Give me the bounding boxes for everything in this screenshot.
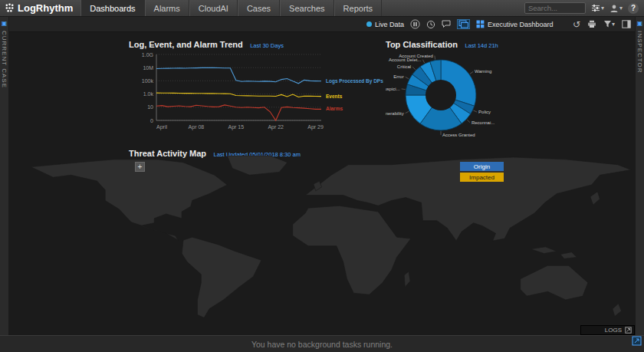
case-icon: ▣ [2, 20, 8, 27]
dashboard-grid-icon [476, 20, 485, 28]
trend-panel-header: Log, Event, and Alarm Trend Last 30 Days [129, 37, 383, 51]
trend-subtitle: Last 30 Days [250, 42, 284, 49]
donut-label: Reconnai... [472, 120, 495, 125]
feedback-icon[interactable] [442, 20, 451, 28]
nav-right-controls: ▾ ▾ ? [524, 0, 644, 16]
trend-x-tick: Apr 29 [307, 124, 324, 130]
donut-label: Account Created [399, 54, 433, 58]
trend-y-tick: 100k [142, 78, 154, 84]
tab-cases[interactable]: Cases [238, 0, 280, 16]
trend-y-tick: 10M [143, 65, 153, 71]
map-legend-origin-button[interactable]: Origin [460, 162, 504, 171]
logo-dots-icon [5, 3, 15, 13]
donut-label: Critical [397, 64, 411, 69]
status-bar: You have no background tasks running. [0, 335, 644, 352]
trend-x-tick: April [156, 124, 167, 130]
inspector-panel-toggle[interactable]: ▣ INSPECTOR [635, 17, 644, 335]
trend-x-tick: Apr 08 [189, 124, 205, 130]
current-case-panel-toggle[interactable]: ▣ CURRENT CASE [0, 17, 9, 335]
tab-label: Cases [247, 4, 271, 13]
pause-icon[interactable] [410, 19, 420, 29]
trend-y-tick: 1.0k [143, 91, 154, 97]
chevron-down-icon: ▾ [619, 5, 623, 12]
donut-label: Error [393, 74, 403, 79]
tab-searches[interactable]: Searches [280, 0, 334, 16]
trend-x-tick: Apr 22 [268, 124, 284, 130]
world-map-image[interactable] [10, 156, 635, 327]
chevron-down-icon: ▾ [601, 5, 604, 12]
inspector-label: INSPECTOR [636, 31, 643, 74]
toolbar-right-group: ↺ ▾ [573, 19, 635, 30]
classification-panel-header: Top Classification Last 14d 21h [386, 37, 518, 51]
dashboard-name: Executive Dashboard [488, 21, 554, 28]
trend-x-tick: Apr 15 [228, 124, 244, 130]
tab-label: Dashboards [90, 4, 135, 13]
trend-series-label: Logs Processed By DPs [326, 78, 383, 84]
sliders-icon [591, 4, 600, 12]
layout-toggle-icon[interactable] [622, 20, 631, 28]
donut-label: Policy [478, 110, 491, 114]
help-icon[interactable]: ? [628, 3, 639, 14]
toolbar-center-group: Live Data Executive Dashboard [366, 19, 554, 29]
logs-tray-button[interactable]: LOGS [580, 325, 635, 335]
map-zoom-in-button[interactable]: + [135, 162, 145, 172]
donut-label: Vulnerability [386, 111, 404, 116]
slideshow-icon[interactable] [457, 19, 470, 29]
dashboard-toolbar: Live Data Executive Dashboard ↺ ▾ [9, 17, 635, 32]
trend-series-label: Events [326, 94, 343, 99]
classification-title: Top Classification [386, 40, 458, 49]
history-icon[interactable] [426, 20, 435, 29]
tab-label: CloudAI [199, 4, 228, 13]
trend-series-line [156, 93, 321, 97]
live-data-label: Live Data [375, 21, 404, 28]
donut-label: Suspici... [386, 87, 400, 91]
live-dot-icon [366, 21, 372, 27]
trend-series-line [156, 105, 321, 120]
logrhythm-logo: LogRhythm [0, 0, 80, 16]
chevron-down-icon: ▾ [612, 21, 615, 28]
trend-series-label: Alarms [326, 106, 343, 111]
classification-panel: Top Classification Last 14d 21h WarningP… [386, 37, 518, 144]
tab-label: Alarms [154, 4, 180, 13]
expand-tray-icon[interactable] [632, 335, 642, 349]
trend-panel: Log, Event, and Alarm Trend Last 30 Days… [129, 37, 383, 135]
print-icon[interactable] [587, 20, 596, 28]
tab-reports[interactable]: Reports [334, 0, 383, 16]
user-icon [610, 4, 619, 13]
tab-cloudai[interactable]: CloudAI [189, 0, 238, 16]
trend-y-tick: 0 [150, 118, 153, 123]
current-case-label: CURRENT CASE [1, 31, 8, 88]
classification-chart-svg[interactable]: WarningPolicyReconnai...Access GrantedVu… [386, 51, 518, 141]
trend-title: Log, Event, and Alarm Trend [129, 40, 243, 49]
classification-subtitle: Last 14d 21h [465, 42, 498, 49]
tab-label: Searches [289, 4, 324, 13]
live-data-indicator[interactable]: Live Data [366, 21, 404, 28]
search-settings-dropdown[interactable]: ▾ [591, 4, 604, 12]
tab-dashboards[interactable]: Dashboards [80, 0, 144, 16]
tab-label: Reports [343, 4, 373, 13]
trend-y-tick: 10 [147, 104, 153, 110]
reset-icon[interactable]: ↺ [573, 19, 580, 30]
donut-label: Warning [475, 69, 491, 74]
top-nav-bar: LogRhythm Dashboards Alarms CloudAI Case… [0, 0, 644, 17]
trend-y-tick: 1.0G [142, 52, 153, 58]
open-tray-icon [625, 327, 632, 334]
user-menu[interactable]: ▾ [610, 4, 623, 13]
trend-series-line [156, 67, 321, 84]
trend-chart-svg[interactable]: 1.0G10M100k1.0k100AprilApr 08Apr 15Apr 2… [129, 51, 383, 132]
map-legend-impacted-button[interactable]: Impacted [460, 173, 504, 182]
logs-label: LOGS [605, 327, 622, 334]
donut-label: Access Granted [442, 133, 475, 137]
search-input[interactable] [524, 2, 586, 14]
pin-icon: ▣ [637, 20, 643, 27]
tab-alarms[interactable]: Alarms [145, 0, 189, 16]
dashboard-selector[interactable]: Executive Dashboard [476, 20, 554, 28]
filter-icon[interactable]: ▾ [603, 20, 615, 28]
status-message: You have no background tasks running. [251, 340, 393, 349]
logo-text: LogRhythm [18, 2, 73, 14]
threat-activity-map: + Origin Impacted [10, 156, 635, 327]
